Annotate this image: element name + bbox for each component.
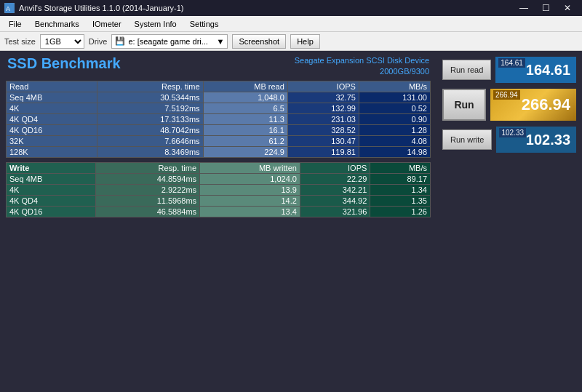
ssd-title: SSD Benchmark	[7, 55, 121, 72]
read-row3-col0: 4K QD16	[7, 124, 97, 135]
write-row1-col0: 4K	[7, 184, 96, 195]
device-info: Seagate Expansion SCSI Disk Device 2000G…	[295, 55, 429, 78]
write-row1-col4: 1.34	[370, 184, 431, 195]
read-row1-col1: 7.5192ms	[97, 103, 203, 113]
maximize-button[interactable]: ☐	[535, 1, 556, 15]
read-score-group: Run read 164.61 164.61	[442, 57, 576, 83]
write-row2-col1: 11.5968ms	[95, 195, 199, 206]
device-line1: Seagate Expansion SCSI Disk Device	[295, 55, 429, 66]
read-table: Read Resp. time MB read IOPS MB/s Seq 4M…	[6, 81, 431, 158]
write-header-col0: Write	[7, 162, 96, 173]
screenshot-button[interactable]: Screenshot	[232, 34, 286, 49]
read-row2-col2: 11.3	[203, 113, 287, 124]
read-score-box: 164.61 164.61	[495, 57, 576, 83]
ssd-header: SSD Benchmark Seagate Expansion SCSI Dis…	[0, 51, 436, 81]
run-score-badge: 266.94	[493, 90, 520, 100]
read-row5-col4: 14.98	[359, 146, 430, 157]
read-row1-col2: 6.5	[203, 103, 287, 113]
read-row1-col3: 132.99	[287, 103, 359, 113]
run-score-value: 266.94	[522, 95, 570, 114]
test-size-label: Test size	[4, 37, 36, 46]
read-header-col0: Read	[7, 81, 97, 92]
menu-system-info[interactable]: System Info	[129, 18, 183, 30]
read-row5-col2: 224.9	[203, 146, 287, 157]
drive-value: e: [seagate game dri...	[128, 37, 207, 46]
read-row0-col4: 131.00	[359, 92, 430, 103]
write-header-col2: MB written	[200, 162, 300, 173]
right-panel: Run read 164.61 164.61 Run 266.94 266.94…	[436, 51, 582, 392]
read-score-value: 164.61	[526, 62, 570, 79]
write-score-group: Run write 102.33 102.33	[442, 127, 576, 153]
read-row5-col1: 8.3469ms	[97, 146, 203, 157]
write-row0-col4: 89.17	[370, 173, 431, 184]
read-score-badge: 164.61	[498, 58, 525, 68]
write-table: Write Resp. time MB written IOPS MB/s Se…	[6, 162, 431, 217]
read-row4-col2: 61.2	[203, 135, 287, 146]
write-row1-col1: 2.9222ms	[95, 184, 199, 195]
run-read-button[interactable]: Run read	[442, 60, 491, 80]
read-row3-col3: 328.52	[287, 124, 359, 135]
write-header-col4: MB/s	[370, 162, 431, 173]
read-row2-col4: 0.90	[359, 113, 430, 124]
read-row2-col3: 231.03	[287, 113, 359, 124]
write-row1-col3: 342.21	[300, 184, 370, 195]
read-row4-col3: 130.47	[287, 135, 359, 146]
menu-benchmarks[interactable]: Benchmarks	[29, 18, 85, 30]
write-header-col3: IOPS	[300, 162, 370, 173]
drive-icon: 💾	[115, 36, 125, 46]
write-score-badge: 102.33	[499, 128, 526, 137]
left-panel: SSD Benchmark Seagate Expansion SCSI Dis…	[0, 51, 436, 392]
read-header-col3: IOPS	[287, 81, 359, 92]
minimize-button[interactable]: —	[514, 1, 534, 15]
read-row3-col4: 1.28	[359, 124, 430, 135]
menu-bar: File Benchmarks IOmeter System Info Sett…	[0, 16, 582, 32]
write-row3-col4: 1.26	[370, 206, 431, 217]
read-row2-col0: 4K QD4	[7, 113, 97, 124]
read-row0-col3: 32.75	[287, 92, 359, 103]
help-button[interactable]: Help	[290, 34, 320, 49]
write-header-col1: Resp. time	[95, 162, 199, 173]
run-write-button[interactable]: Run write	[442, 129, 492, 150]
read-header-col2: MB read	[203, 81, 287, 92]
main-content: SSD Benchmark Seagate Expansion SCSI Dis…	[0, 51, 582, 392]
write-row2-col0: 4K QD4	[7, 195, 96, 206]
write-row0-col3: 22.29	[300, 173, 370, 184]
write-row3-col3: 321.96	[300, 206, 370, 217]
read-row4-col4: 4.08	[359, 135, 430, 146]
write-row0-col1: 44.8594ms	[95, 173, 199, 184]
write-row3-col1: 46.5884ms	[95, 206, 199, 217]
read-row0-col1: 30.5344ms	[97, 92, 203, 103]
menu-settings[interactable]: Settings	[184, 18, 225, 30]
read-row3-col1: 48.7042ms	[97, 124, 203, 135]
write-row3-col2: 13.4	[200, 206, 300, 217]
run-score-group: Run 266.94 266.94	[442, 89, 576, 121]
write-score-box: 102.33 102.33	[496, 127, 576, 153]
read-header-col4: MB/s	[359, 81, 430, 92]
write-row2-col2: 14.2	[200, 195, 300, 206]
read-row2-col1: 17.3133ms	[97, 113, 203, 124]
drive-label: Drive	[89, 37, 108, 46]
drive-selector[interactable]: 💾 e: [seagate game dri... ▼	[111, 34, 228, 49]
read-row5-col3: 119.81	[287, 146, 359, 157]
read-row1-col0: 4K	[7, 103, 97, 113]
run-score-box: 266.94 266.94	[490, 89, 576, 121]
read-row0-col0: Seq 4MB	[7, 92, 97, 103]
read-row5-col0: 128K	[7, 146, 97, 157]
test-size-select[interactable]: 1GB 100MB 256MB 4GB	[40, 34, 84, 49]
toolbar: Test size 1GB 100MB 256MB 4GB Drive 💾 e:…	[0, 32, 582, 51]
write-row3-col0: 4K QD16	[7, 206, 96, 217]
write-row1-col2: 13.9	[200, 184, 300, 195]
read-row4-col0: 32K	[7, 135, 97, 146]
drive-dropdown-icon: ▼	[217, 37, 225, 46]
run-button[interactable]: Run	[442, 89, 486, 121]
write-row0-col2: 1,024.0	[200, 173, 300, 184]
menu-file[interactable]: File	[3, 18, 28, 30]
menu-iometer[interactable]: IOmeter	[87, 18, 127, 30]
read-row4-col1: 7.6646ms	[97, 135, 203, 146]
window-controls: — ☐ ✕	[514, 1, 578, 15]
write-row0-col0: Seq 4MB	[7, 173, 96, 184]
device-line2: 2000GB/9300	[295, 66, 429, 77]
read-header-col1: Resp. time	[97, 81, 203, 92]
close-button[interactable]: ✕	[557, 1, 578, 15]
app-icon: A	[4, 3, 15, 13]
